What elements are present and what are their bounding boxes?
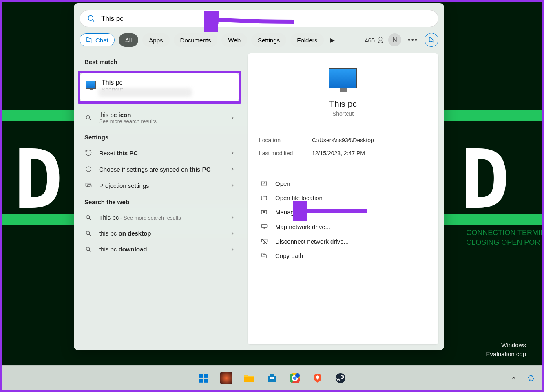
- svg-point-35: [295, 373, 300, 378]
- search-bar[interactable]: [80, 10, 438, 27]
- svg-rect-19: [263, 255, 267, 258]
- manage-icon: [261, 209, 268, 216]
- svg-line-12: [89, 250, 91, 251]
- search-icon: [85, 214, 92, 221]
- filter-chat[interactable]: Chat: [80, 33, 115, 46]
- svg-rect-21: [199, 374, 203, 378]
- result-web-thispc[interactable]: This pc - See more search results: [79, 209, 241, 225]
- chevron-right-icon: [230, 115, 235, 121]
- steam-icon[interactable]: [334, 372, 347, 384]
- rewards-points[interactable]: 465: [365, 36, 384, 44]
- folder-icon: [243, 373, 255, 383]
- best-match-title: This pc: [102, 79, 123, 86]
- action-disconnect-drive[interactable]: Disconnect network drive...: [259, 234, 427, 249]
- preview-title: This pc: [259, 99, 427, 109]
- svg-rect-27: [270, 374, 274, 376]
- taskbar-app-1[interactable]: [220, 372, 232, 384]
- disconnect-drive-icon: [261, 238, 268, 245]
- svg-rect-23: [199, 379, 203, 383]
- filter-apps[interactable]: Apps: [142, 33, 169, 47]
- bing-button[interactable]: [425, 33, 438, 47]
- action-map-drive[interactable]: Map network drive...: [259, 219, 427, 234]
- svg-point-36: [336, 373, 345, 383]
- filter-web[interactable]: Web: [221, 33, 247, 47]
- svg-rect-6: [88, 185, 91, 187]
- blurred-region: [98, 88, 192, 97]
- bg-letter-left: D: [14, 132, 67, 227]
- rewards-icon: [377, 36, 384, 44]
- map-drive-icon: [261, 223, 268, 230]
- chevron-right-icon: [230, 247, 235, 252]
- search-icon: [85, 115, 92, 121]
- scroll-filters-icon[interactable]: ▶: [328, 37, 337, 43]
- svg-rect-24: [204, 379, 208, 383]
- brave-icon[interactable]: [312, 372, 324, 384]
- divider: [259, 170, 427, 170]
- search-icon: [85, 246, 92, 253]
- microsoft-store-icon[interactable]: [266, 372, 278, 384]
- this-pc-icon-large: [329, 68, 357, 88]
- user-avatar[interactable]: N: [388, 33, 401, 46]
- action-copy-path[interactable]: Copy path: [259, 249, 427, 263]
- svg-point-11: [86, 247, 90, 250]
- search-input[interactable]: [101, 15, 431, 23]
- result-projection[interactable]: Projection settings: [79, 177, 241, 194]
- tray-chevron-icon[interactable]: [511, 375, 517, 381]
- filter-documents[interactable]: Documents: [174, 33, 218, 47]
- filter-row: Chat All Apps Documents Web Settings Fol…: [74, 27, 444, 52]
- svg-point-0: [88, 15, 93, 20]
- svg-line-1: [93, 20, 94, 21]
- chevron-right-icon: [230, 215, 235, 220]
- meta-modified: Last modified 12/15/2023, 2:47 PM: [259, 147, 427, 160]
- open-icon: [261, 180, 268, 187]
- preview-pane: This pc Shortcut Location C:\Users\ns936…: [248, 53, 438, 344]
- section-best-match: Best match: [79, 53, 241, 69]
- filter-settings[interactable]: Settings: [251, 33, 286, 47]
- brave-browser-icon: [313, 373, 323, 383]
- result-this-pc-icon[interactable]: this pc icon See more search results: [79, 107, 241, 129]
- taskbar[interactable]: [2, 365, 542, 390]
- steam-app-icon: [335, 373, 346, 383]
- filter-all[interactable]: All: [119, 33, 139, 47]
- start-button[interactable]: [197, 372, 210, 384]
- svg-line-4: [89, 119, 91, 120]
- svg-line-10: [89, 234, 91, 236]
- svg-rect-22: [204, 374, 208, 378]
- file-explorer-icon[interactable]: [243, 372, 255, 384]
- svg-point-2: [379, 37, 382, 40]
- bg-terminal-text: CONNECTION TERMINA CLOSING OPEN PORTS: [466, 228, 544, 247]
- action-open-location[interactable]: Open file location: [259, 191, 427, 205]
- more-icon[interactable]: •••: [405, 36, 420, 44]
- svg-point-38: [342, 376, 343, 377]
- meta-location: Location C:\Users\ns936\Desktop: [259, 134, 427, 147]
- svg-line-8: [89, 218, 91, 220]
- windows-search-panel: Chat All Apps Documents Web Settings Fol…: [74, 3, 444, 350]
- filter-folders[interactable]: Folders: [290, 33, 324, 47]
- projection-icon: [85, 182, 92, 189]
- svg-point-7: [86, 215, 90, 218]
- chrome-icon[interactable]: [289, 372, 301, 384]
- svg-point-3: [86, 116, 90, 119]
- chevron-right-icon: [230, 231, 235, 236]
- reset-icon: [85, 149, 92, 156]
- copy-icon: [261, 252, 268, 259]
- result-web-desktop[interactable]: this pc on desktop: [79, 225, 241, 241]
- section-search-web: Search the web: [79, 194, 241, 209]
- onedrive-sync-icon[interactable]: [527, 374, 535, 382]
- result-web-download[interactable]: this pc download: [79, 241, 241, 257]
- action-manage[interactable]: Manage: [259, 205, 427, 219]
- folder-icon: [261, 194, 268, 201]
- result-reset-pc[interactable]: Reset this PC: [79, 145, 241, 161]
- best-match-result[interactable]: This pc Shortcut: [80, 73, 239, 101]
- divider: [259, 127, 427, 127]
- sync-icon: [85, 165, 92, 173]
- svg-point-9: [86, 231, 90, 234]
- search-icon: [85, 230, 92, 237]
- svg-point-15: [263, 211, 265, 213]
- windows-watermark: Windows Evaluation cop: [486, 341, 526, 359]
- result-sync-settings[interactable]: Choose if settings are synced on this PC: [79, 161, 241, 177]
- svg-rect-28: [270, 377, 272, 379]
- annotation-highlight: This pc Shortcut: [78, 71, 241, 104]
- svg-rect-20: [262, 253, 265, 257]
- action-open[interactable]: Open: [259, 176, 427, 191]
